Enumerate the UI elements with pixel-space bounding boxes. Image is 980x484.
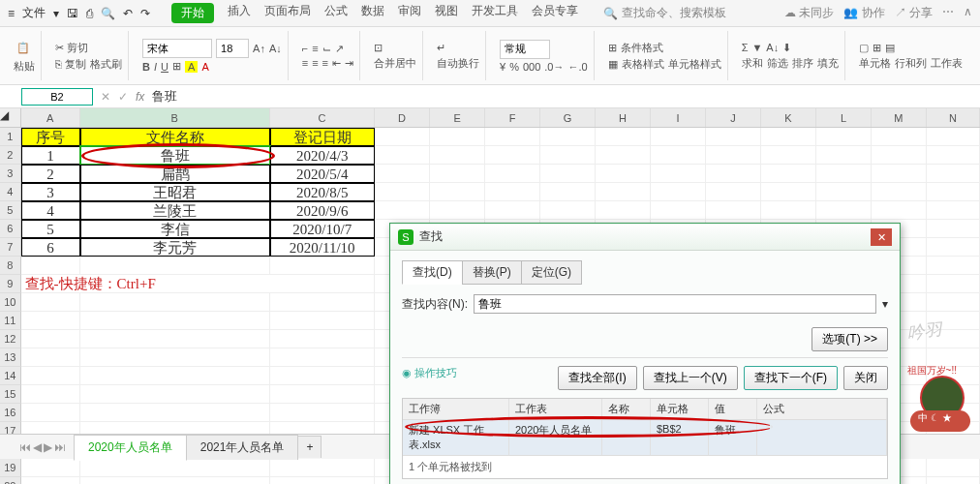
col-head-L[interactable]: L	[816, 108, 872, 127]
col-head-J[interactable]: J	[706, 108, 761, 127]
cell-F2[interactable]	[485, 146, 540, 165]
underline-button[interactable]: U	[161, 61, 168, 73]
orient-icon[interactable]: ↗	[335, 43, 344, 55]
row-head[interactable]: 12	[0, 330, 21, 348]
cell-G3[interactable]	[540, 165, 596, 183]
cell-L3[interactable]	[816, 165, 872, 183]
cell-B8[interactable]	[80, 257, 270, 275]
fx-icon[interactable]: fx	[136, 90, 144, 104]
cell-D5[interactable]	[375, 201, 430, 220]
col-head-G[interactable]: G	[540, 108, 596, 127]
cell-C5[interactable]: 2020/9/6	[270, 201, 375, 220]
tab-insert[interactable]: 插入	[228, 3, 251, 23]
font-size-select[interactable]	[216, 39, 249, 58]
cell-B20[interactable]	[80, 477, 270, 484]
cell-M1[interactable]	[872, 128, 927, 146]
cell-C20[interactable]	[270, 477, 375, 484]
col-head-N[interactable]: N	[927, 108, 980, 127]
cell-G4[interactable]	[540, 183, 596, 201]
dropdown-icon[interactable]: ▾	[53, 7, 59, 20]
align-mid-icon[interactable]: ≡	[312, 43, 318, 54]
cell-B7[interactable]: 李元芳	[80, 238, 270, 257]
cell-C11[interactable]	[270, 312, 375, 330]
cell-H3[interactable]	[596, 165, 651, 183]
cell-B13[interactable]	[80, 348, 270, 367]
fx-cancel-icon[interactable]: ✕	[101, 90, 110, 104]
col-head-I[interactable]: I	[651, 108, 706, 127]
row-head[interactable]: 4	[0, 183, 21, 201]
table-style-icon[interactable]: ▦	[608, 58, 618, 71]
cell-G2[interactable]	[540, 146, 596, 165]
redo-icon[interactable]: ↷	[140, 7, 150, 20]
cell-N9[interactable]	[927, 275, 980, 293]
col-formula[interactable]: 公式	[757, 399, 887, 419]
cell-I2[interactable]	[651, 146, 706, 165]
tab-last-icon[interactable]: ⏭	[54, 440, 66, 454]
indent-dec-icon[interactable]: ⇤	[332, 57, 341, 70]
cell-A13[interactable]	[21, 348, 80, 367]
cell-B16[interactable]	[80, 404, 270, 422]
col-head-K[interactable]: K	[761, 108, 816, 127]
find-all-button[interactable]: 查找全部(I)	[558, 366, 636, 390]
cell-A1[interactable]: 序号	[21, 128, 80, 146]
sum-label[interactable]: 求和	[742, 56, 763, 71]
file-menu[interactable]: 文件	[22, 5, 46, 21]
cell-C12[interactable]	[270, 330, 375, 348]
cell-A16[interactable]	[21, 404, 80, 422]
tab-dev[interactable]: 开发工具	[472, 3, 518, 23]
row-head[interactable]: 13	[0, 348, 21, 367]
cond-fmt-icon[interactable]: ⊞	[608, 42, 617, 54]
cell-C4[interactable]: 2020/8/5	[270, 183, 375, 201]
percent-icon[interactable]: %	[509, 61, 519, 73]
tab-prev-icon[interactable]: ◀	[33, 440, 42, 454]
name-box[interactable]	[21, 88, 93, 106]
cell-F1[interactable]	[485, 128, 540, 146]
col-name[interactable]: 名称	[602, 399, 651, 419]
cell-E4[interactable]	[430, 183, 485, 201]
cell-M5[interactable]	[872, 201, 927, 220]
options-button[interactable]: 选项(T) >>	[812, 327, 888, 351]
align-left-icon[interactable]: ≡	[302, 57, 308, 69]
status-pill[interactable]: 中 ☾ ★	[910, 410, 970, 432]
cell-K1[interactable]	[761, 128, 816, 146]
col-head-B[interactable]: B	[80, 108, 270, 127]
cell-N7[interactable]	[927, 238, 980, 257]
cell-C1[interactable]: 登记日期	[270, 128, 375, 146]
row-head[interactable]: 19	[0, 459, 21, 477]
cell-B5[interactable]: 兰陵王	[80, 201, 270, 220]
cell-J2[interactable]	[706, 146, 761, 165]
cell-F3[interactable]	[485, 165, 540, 183]
cell-B14[interactable]	[80, 367, 270, 385]
cell-C3[interactable]: 2020/5/4	[270, 165, 375, 183]
collab-button[interactable]: 👥 协作	[843, 5, 884, 21]
cell-M4[interactable]	[872, 183, 927, 201]
cell-J5[interactable]	[706, 201, 761, 220]
cell-J4[interactable]	[706, 183, 761, 201]
cell-N5[interactable]	[927, 201, 980, 220]
cell-A19[interactable]	[21, 459, 80, 477]
cell-label[interactable]: 单元格	[859, 56, 891, 71]
sheet-tab-2021[interactable]: 2021年人员名单	[186, 435, 299, 460]
cell-C8[interactable]	[270, 257, 375, 275]
cell-L2[interactable]	[816, 146, 872, 165]
col-cell[interactable]: 单元格	[651, 399, 709, 419]
align-right-icon[interactable]: ≡	[322, 57, 328, 69]
cell-H5[interactable]	[596, 201, 651, 220]
row-head[interactable]: 11	[0, 312, 21, 330]
dialog-titlebar[interactable]: S 查找 ✕	[390, 224, 900, 251]
cell-B2[interactable]: 鲁班	[80, 146, 270, 165]
border-button[interactable]: ⊞	[172, 60, 181, 73]
fill-color-button[interactable]: A	[185, 61, 198, 73]
shrink-font-icon[interactable]: A↓	[269, 43, 282, 54]
cell-C6[interactable]: 2020/10/7	[270, 220, 375, 238]
cell-C16[interactable]	[270, 404, 375, 422]
col-head-E[interactable]: E	[430, 108, 485, 127]
font-name-select[interactable]	[142, 39, 212, 58]
cell-A7[interactable]: 6	[21, 238, 80, 257]
cell-F4[interactable]	[485, 183, 540, 201]
tab-layout[interactable]: 页面布局	[264, 3, 311, 23]
cell-A14[interactable]	[21, 367, 80, 385]
find-input[interactable]	[474, 294, 876, 314]
col-head-D[interactable]: D	[375, 108, 430, 127]
cell-D2[interactable]	[375, 146, 430, 165]
